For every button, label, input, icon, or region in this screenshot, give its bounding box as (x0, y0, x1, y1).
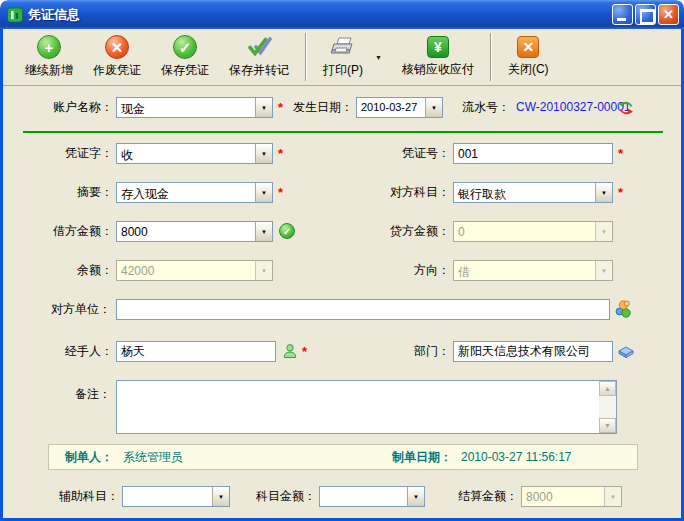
writeoff-label: 核销应收应付 (402, 61, 474, 78)
voucher-window: 凭证信息 ✕ + 继续新增 ✕ 作废凭证 ✓ 保存凭证 (0, 0, 684, 521)
voucher-word-combo[interactable]: 收 ▼ (116, 143, 273, 164)
combo-arrow-icon[interactable]: ▼ (255, 144, 272, 163)
remark-box: ▲ ▼ (116, 380, 617, 434)
print-button[interactable]: 打印(P) (313, 31, 373, 83)
balance-value: 42000 (117, 261, 255, 280)
combo-arrow-icon[interactable]: ▼ (255, 183, 272, 202)
summary-combo[interactable]: 存入现金 ▼ (116, 182, 273, 203)
subject-amount-combo[interactable]: ▼ (319, 486, 425, 507)
voucher-word-value: 收 (117, 144, 255, 163)
account-name-label: 账户名称： (31, 97, 113, 118)
save-voucher-label: 保存凭证 (161, 62, 209, 79)
summary-value: 存入现金 (117, 183, 255, 202)
maximize-button[interactable] (635, 4, 656, 25)
combo-arrow-icon[interactable]: ▼ (595, 183, 612, 202)
direction-combo: 借 ▼ (453, 260, 613, 281)
maker-value: 系统管理员 (123, 445, 183, 469)
opposite-subject-value: 银行取款 (454, 183, 595, 202)
department-label: 部门： (406, 341, 450, 362)
double-check-icon (246, 35, 272, 59)
aux-subject-combo[interactable]: ▼ (122, 486, 230, 507)
contacts-icon[interactable] (614, 300, 633, 321)
client-area: + 继续新增 ✕ 作废凭证 ✓ 保存凭证 保存并转记 (0, 29, 684, 521)
debit-amount-combo[interactable]: 8000 ▼ (116, 221, 273, 242)
voucher-no-input[interactable] (453, 143, 613, 164)
occur-date-combo[interactable]: 2010-03-27 ▼ (356, 97, 443, 118)
check-circle-icon: ✓ (173, 35, 197, 59)
save-post-label: 保存并转记 (229, 62, 289, 79)
handler-input[interactable] (116, 341, 276, 362)
account-name-value: 现金 (117, 98, 255, 117)
plus-circle-icon: + (37, 35, 61, 59)
continue-add-button[interactable]: + 继续新增 (15, 31, 83, 83)
continue-add-label: 继续新增 (25, 62, 73, 79)
balance-combo: 42000 ▼ (116, 260, 273, 281)
make-date-label: 制单日期： (392, 445, 452, 469)
settle-amount-value: 8000 (522, 487, 604, 506)
credit-amount-combo: 0 ▼ (453, 221, 613, 242)
balance-label: 余额： (31, 260, 113, 281)
amount-ok-icon: ✓ (279, 223, 295, 239)
combo-arrow-icon[interactable]: ▼ (212, 487, 229, 506)
required-mark: * (278, 100, 283, 115)
account-name-combo[interactable]: 现金 ▼ (116, 97, 273, 118)
required-mark: * (618, 146, 623, 161)
scroll-down-button[interactable]: ▼ (599, 418, 616, 433)
voucher-app-icon (7, 7, 23, 23)
maker-bar: 制单人： 系统管理员 制单日期： 2010-03-27 11:56:17 (48, 444, 638, 470)
void-voucher-label: 作废凭证 (93, 62, 141, 79)
handler-label: 经手人： (31, 341, 113, 362)
combo-arrow-icon: ▼ (595, 261, 612, 280)
scroll-up-button[interactable]: ▲ (599, 381, 616, 396)
save-post-button[interactable]: 保存并转记 (219, 31, 299, 83)
combo-arrow-icon[interactable]: ▼ (425, 98, 442, 117)
void-voucher-button[interactable]: ✕ 作废凭证 (83, 31, 151, 83)
settle-amount-combo: 8000 ▼ (521, 486, 622, 507)
occur-date-label: 发生日期： (284, 97, 353, 118)
save-voucher-button[interactable]: ✓ 保存凭证 (151, 31, 219, 83)
window-title: 凭证信息 (28, 6, 612, 24)
remark-scrollbar: ▲ ▼ (599, 381, 616, 433)
summary-label: 摘要： (31, 182, 113, 203)
cancel-circle-icon: ✕ (105, 35, 129, 59)
combo-arrow-icon[interactable]: ▼ (407, 487, 424, 506)
direction-label: 方向： (375, 260, 450, 281)
titlebar: 凭证信息 ✕ (0, 0, 684, 29)
voucher-form: 账户名称： 现金 ▼ * 发生日期： 2010-03-27 ▼ 流水号： CW-… (3, 87, 681, 518)
occur-date-value: 2010-03-27 (357, 98, 425, 117)
combo-arrow-icon[interactable]: ▼ (255, 222, 272, 241)
remark-textarea[interactable] (117, 381, 599, 433)
close-button[interactable]: ✕ (658, 4, 679, 25)
serial-value: CW-20100327-00001 (516, 97, 631, 118)
opposite-unit-input[interactable] (116, 299, 610, 320)
subject-amount-label: 科目金额： (241, 486, 316, 507)
close-toolbar-button[interactable]: ✕ 关闭(C) (498, 31, 559, 83)
department-input[interactable] (453, 341, 613, 362)
required-mark: * (278, 185, 283, 200)
close-toolbar-label: 关闭(C) (508, 61, 549, 78)
refresh-icon[interactable] (618, 100, 634, 119)
make-date-value: 2010-03-27 11:56:17 (461, 445, 572, 469)
voucher-word-label: 凭证字： (31, 143, 113, 164)
combo-arrow-icon: ▼ (604, 487, 621, 506)
credit-amount-label: 贷方金额： (375, 221, 450, 242)
close-square-icon: ✕ (517, 36, 539, 58)
opposite-unit-label: 对方单位： (29, 299, 111, 320)
credit-amount-value: 0 (454, 222, 595, 241)
divider-line (23, 131, 663, 133)
combo-arrow-icon[interactable]: ▼ (255, 98, 272, 117)
required-mark: * (302, 344, 307, 359)
debit-amount-label: 借方金额： (31, 221, 113, 242)
toolbar: + 继续新增 ✕ 作废凭证 ✓ 保存凭证 保存并转记 (3, 29, 681, 86)
aux-subject-label: 辅助科目： (41, 486, 119, 507)
print-dropdown-arrow-icon[interactable]: ▼ (375, 54, 382, 61)
person-icon[interactable] (282, 343, 298, 362)
opposite-subject-combo[interactable]: 银行取款 ▼ (453, 182, 613, 203)
required-mark: * (278, 146, 283, 161)
book-icon[interactable] (617, 344, 635, 363)
toolbar-separator (490, 33, 492, 81)
toolbar-separator (305, 33, 307, 81)
minimize-button[interactable] (612, 4, 633, 25)
writeoff-button[interactable]: ¥ 核销应收应付 (392, 31, 484, 83)
combo-arrow-icon: ▼ (595, 222, 612, 241)
